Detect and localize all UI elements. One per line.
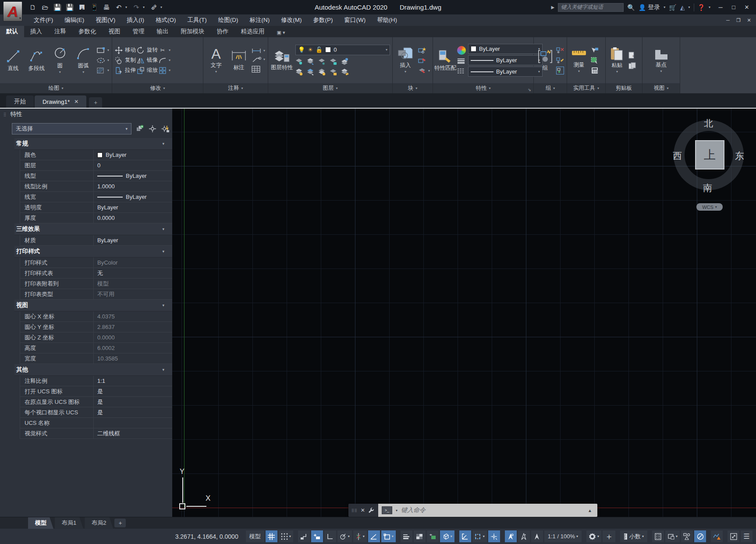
insert-dropdown-arrow[interactable]: ▾ [405, 70, 406, 74]
autodesk-account-icon[interactable]: ◭ [680, 4, 685, 11]
line-button[interactable]: 直线 [3, 49, 24, 71]
prop-row-plot-attached[interactable]: 打印表附着到模型 [20, 279, 172, 289]
fillet-dropdown-arrow[interactable]: ▾ [169, 58, 170, 62]
signin-dropdown-arrow[interactable]: ▾ [664, 5, 665, 9]
linear-dimension-button[interactable]: ▾ [252, 48, 265, 53]
prop-row-color[interactable]: 颜色ByLayer [20, 150, 172, 160]
select-objects-icon[interactable] [148, 124, 157, 133]
trim-button[interactable]: ✂▾ [159, 46, 170, 54]
menu-draw[interactable]: 绘图(D) [213, 14, 244, 26]
lock-ui-dropdown-arrow[interactable]: ▾ [676, 534, 678, 538]
dynamic-ucs-button[interactable]: ▾ [440, 530, 454, 542]
snap-mode-button[interactable]: ▾ [279, 530, 293, 542]
autoscale-button[interactable] [518, 530, 530, 542]
quick-properties-button[interactable] [652, 530, 664, 542]
clipboard-panel-label[interactable]: 剪贴板 [606, 83, 642, 93]
base-point-button[interactable]: 基点 ▾ [650, 47, 673, 73]
osnap-dropdown-arrow[interactable]: ▾ [392, 534, 394, 538]
ribbon-tab-collaborate[interactable]: 协作 [211, 26, 235, 37]
menu-insert[interactable]: 插入(I) [121, 14, 150, 26]
ducs-dropdown-arrow[interactable]: ▾ [451, 534, 452, 538]
lock-ui-button[interactable]: ▾ [665, 530, 680, 542]
toggle-pickadd-icon[interactable] [135, 124, 144, 133]
ribbon-tab-addins[interactable]: 附加模块 [175, 26, 211, 37]
help-search-input[interactable]: 键入关键字或短语 [558, 3, 624, 12]
section-collapse-arrow[interactable]: ▾ [162, 227, 164, 231]
tab-layout1[interactable]: 布局1 [55, 517, 83, 529]
ribbon-tab-output[interactable]: 输出 [151, 26, 175, 37]
base-dropdown-arrow[interactable]: ▾ [660, 69, 662, 73]
menu-dimension[interactable]: 标注(N) [244, 14, 276, 26]
prop-row-center-x[interactable]: 圆心 X 坐标4.0375 [20, 311, 172, 322]
attributes-dropdown-arrow[interactable]: ▾ [428, 69, 430, 73]
ribbon-tab-view[interactable]: 视图 [103, 26, 127, 37]
move-button[interactable]: 移动 [115, 46, 136, 54]
groups-panel-label[interactable]: 组▾ [534, 83, 567, 93]
match-properties-button[interactable]: 特性匹配 [436, 49, 455, 71]
group-selection-toggle-icon[interactable] [556, 67, 564, 74]
prop-row-lineweight[interactable]: 线宽ByLayer [20, 192, 172, 202]
file-tab-start[interactable]: 开始 [6, 95, 34, 108]
command-close-icon[interactable]: ✕ [361, 507, 365, 513]
help-icon[interactable]: ❓ [698, 4, 705, 11]
layer-lock-tool-icon[interactable] [330, 58, 337, 66]
layer-state-icon[interactable] [318, 68, 326, 76]
table-button[interactable] [252, 66, 265, 73]
command-recent-arrow[interactable]: ▾ [396, 509, 398, 512]
fillet-button[interactable]: ▾ [159, 57, 170, 64]
select-similar-icon[interactable] [591, 57, 599, 64]
hatch-dropdown-arrow[interactable]: ▾ [107, 68, 109, 72]
circle-button[interactable]: 圆 ▾ [50, 46, 71, 74]
circle-dropdown-arrow[interactable]: ▾ [59, 70, 61, 74]
save-to-web-button[interactable]: 🖪 [76, 2, 88, 13]
arc-dropdown-arrow[interactable]: ▾ [82, 70, 84, 74]
snap-dropdown-arrow[interactable]: ▾ [289, 534, 291, 538]
prop-row-thickness[interactable]: 厚度0.0000 [20, 213, 172, 223]
palette-grip-icon[interactable]: ⣿ [4, 112, 7, 117]
rectangle-dropdown-arrow[interactable]: ▾ [107, 48, 109, 52]
paste-dropdown-arrow[interactable]: ▾ [616, 70, 618, 74]
hardware-acceleration-button[interactable] [694, 530, 706, 542]
ribbon-tab-featured-apps[interactable]: 精选应用 [235, 26, 271, 37]
prop-row-layer[interactable]: 图层0 [20, 160, 172, 171]
copy-button[interactable]: 复制 [115, 57, 136, 64]
viewcube-top-face[interactable]: 上 [695, 140, 724, 170]
section-misc[interactable]: 其他▾ [14, 364, 172, 376]
modify-panel-label[interactable]: 修改▾ [112, 83, 203, 93]
layer-properties-button[interactable]: 图层特性 [271, 50, 293, 71]
ortho-mode-button[interactable] [324, 530, 336, 542]
application-menu-button[interactable]: A ▾ [3, 1, 22, 21]
account-dropdown-arrow[interactable]: ▾ [689, 5, 690, 9]
edit-attributes-icon[interactable]: ▾ [418, 67, 430, 74]
file-tab-drawing1[interactable]: Drawing1* ✕ [35, 95, 86, 108]
prop-row-visual-style[interactable]: 视觉样式二维线框 [20, 428, 172, 439]
gizmo-button[interactable] [488, 530, 500, 542]
ellipse-button[interactable]: ▾ [96, 57, 109, 64]
rectangle-button[interactable]: ▾ [96, 47, 109, 54]
prop-row-ucs-icon-origin[interactable]: 在原点显示 UCS 图标是 [20, 397, 172, 407]
menu-file[interactable]: 文件(F) [28, 14, 59, 26]
selection-filter-arrow[interactable]: ▾ [483, 534, 485, 538]
selection-filter-button[interactable]: ▾ [472, 530, 487, 542]
ribbon-tab-home[interactable]: 默认 [0, 26, 24, 37]
redo-button[interactable]: ↷ [131, 2, 142, 13]
customization-menu-button[interactable]: ☰ [741, 530, 752, 542]
palette-header[interactable]: ⣿ 特性 [0, 109, 172, 120]
plot-button[interactable]: 🖶 [101, 2, 112, 13]
layer-combo-arrow[interactable]: ▾ [386, 48, 387, 52]
compass-west-label[interactable]: 西 [673, 150, 682, 162]
menu-help[interactable]: 帮助(H) [371, 14, 403, 26]
prop-row-plot-type[interactable]: 打印表类型不可用 [20, 289, 172, 300]
annotation-monitor-button[interactable] [459, 530, 471, 542]
section-collapse-arrow[interactable]: ▾ [162, 367, 164, 372]
scale-dropdown-arrow[interactable]: ▾ [576, 534, 578, 538]
section-view[interactable]: 视图▾ [14, 300, 172, 311]
menu-view[interactable]: 视图(V) [90, 14, 121, 26]
model-space-button[interactable]: 模型 [246, 530, 264, 542]
layer-match-tool-icon[interactable] [341, 58, 349, 66]
menu-edit[interactable]: 编辑(E) [59, 14, 90, 26]
doc-close-button[interactable]: ✕ [744, 16, 754, 25]
section-plot-style[interactable]: 打印样式▾ [14, 246, 172, 258]
array-dropdown-arrow[interactable]: ▾ [169, 68, 170, 72]
layer-select-combo[interactable]: 💡 ☀ 🔓 0 ▾ [295, 45, 390, 55]
